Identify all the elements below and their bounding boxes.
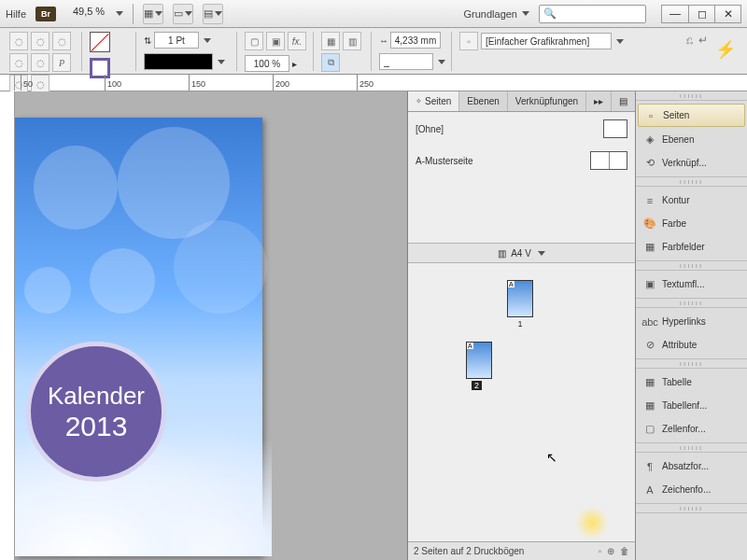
color-icon: 🎨 (643, 217, 656, 231)
corner-options-dropdown[interactable]: ⎯ (379, 53, 433, 70)
link-icon[interactable]: ⧉ (321, 53, 340, 72)
dock-paragraph-styles[interactable]: ¶Absatzfor... (636, 455, 747, 478)
object-style-icon: ▫ (459, 32, 478, 50)
dock-grip[interactable]: ıııııı (636, 261, 747, 271)
dock-grip[interactable]: ıııııı (636, 177, 747, 187)
collapse-icon[interactable]: ▸▸ (586, 91, 612, 111)
ruler-tick: 250 (357, 75, 374, 91)
master-a[interactable]: A-Musterseite (416, 156, 473, 166)
attributes-icon: ⊘ (643, 339, 656, 352)
dock-links[interactable]: ⟲Verknüpf... (636, 151, 747, 175)
page-thumb-1[interactable]: A (507, 280, 533, 317)
page-number-1: 1 (507, 319, 533, 329)
master-none-thumb[interactable] (603, 119, 627, 138)
quick-apply-icon[interactable]: ⚡ (715, 32, 741, 60)
dock-grip[interactable]: ıııııı (636, 299, 747, 308)
screen-mode-button[interactable]: ▭ (173, 4, 193, 24)
dock-grip[interactable]: ıııııı (636, 504, 747, 513)
reference-dim-field[interactable]: 4,233 mm (390, 32, 441, 49)
selection-icon[interactable]: ◌ (9, 32, 28, 50)
dock-attributes[interactable]: ⊘Attribute (636, 333, 747, 357)
control-strip: ◌ ◌ ◌ ◌ ◌ P ◌ ◌ ⇅ 1 Pt ▢ ▣ fx. 100 %▸ ▦ … (0, 28, 747, 75)
dock-grip[interactable]: ıııııı (636, 91, 747, 101)
menu-bar: Hilfe Br 49,5 % ▦ ▭ ▤ Grundlagen 🔍 — ◻ ✕ (0, 0, 747, 28)
trash-icon[interactable]: 🗑 (620, 546, 629, 556)
ruler-tick: 50 (21, 75, 33, 91)
page-size-icon: ▥ (498, 248, 506, 259)
dock-stroke[interactable]: ≡Kontur (636, 189, 747, 212)
dock-swatches[interactable]: ▦Farbfelder (636, 235, 747, 259)
dock-grip[interactable]: ıııııı (636, 359, 747, 369)
effects-button[interactable]: ▢ (245, 32, 263, 50)
page-size-dropdown[interactable]: ▥ A4 V (408, 243, 635, 263)
master-a-thumb[interactable] (590, 151, 627, 170)
redefine-style-icon[interactable]: ↵ (698, 34, 708, 50)
master-none[interactable]: [Ohne] (416, 124, 444, 134)
chevron-down-icon (522, 11, 529, 16)
dock-table-styles[interactable]: ▦Tabellenf... (636, 394, 747, 417)
fx-button[interactable]: fx. (288, 32, 306, 50)
selection-icon[interactable]: ◌ (31, 32, 49, 50)
vertical-ruler (0, 91, 15, 560)
workspace-switcher[interactable]: Grundlagen (464, 8, 530, 20)
view-options-button[interactable]: ▦ (143, 4, 163, 24)
pages-panel: ✧Seiten Ebenen Verknüpfungen ▸▸ ▤ [Ohne]… (407, 91, 635, 560)
page-1[interactable]: Kalender 2013 (15, 118, 262, 556)
clear-overrides-icon[interactable]: ⎌ (686, 34, 693, 50)
selection-icon[interactable]: ◌ (9, 53, 28, 72)
search-input[interactable]: 🔍 (539, 5, 646, 23)
panel-menu-icon[interactable]: ▤ (612, 91, 636, 111)
table-icon: ▦ (643, 376, 656, 389)
minimize-button[interactable]: — (662, 6, 688, 22)
chevron-down-icon (116, 11, 123, 16)
page-thumb-2[interactable]: A (466, 342, 492, 379)
edit-page-icon[interactable]: ▫ (598, 546, 601, 556)
fit-frame-button[interactable]: ▥ (343, 32, 361, 50)
type-icon[interactable]: P (52, 53, 71, 72)
para-styles-icon: ¶ (643, 460, 656, 473)
dock-table[interactable]: ▦Tabelle (636, 371, 747, 394)
window-controls: — ◻ ✕ (661, 5, 741, 23)
object-style-dropdown[interactable]: [Einfacher Grafikrahmen] (481, 33, 612, 49)
badge-title: Kalender (48, 382, 145, 411)
master-pages-list[interactable]: [Ohne] A-Musterseite (408, 112, 635, 243)
arrange-button[interactable]: ▤ (203, 4, 223, 24)
tab-pages[interactable]: ✧Seiten (408, 91, 459, 111)
opacity-field[interactable]: 100 % (245, 55, 289, 72)
close-button[interactable]: ✕ (714, 6, 740, 22)
search-icon: 🔍 (543, 7, 557, 20)
fit-content-button[interactable]: ▦ (321, 32, 340, 50)
dock-text-wrap[interactable]: ▣Textumfl... (636, 273, 747, 296)
stroke-weight-field[interactable]: 1 Pt (154, 32, 199, 49)
dock-grip[interactable]: ıııııı (636, 443, 747, 453)
bridge-button[interactable]: Br (35, 7, 56, 21)
tab-layers[interactable]: Ebenen (459, 91, 507, 111)
fill-swatch[interactable] (90, 32, 110, 52)
drop-shadow-button[interactable]: ▣ (266, 32, 285, 50)
dock-cell-styles[interactable]: ▢Zellenfor... (636, 417, 747, 441)
new-page-icon[interactable]: ⊕ (607, 546, 614, 556)
title-badge[interactable]: Kalender 2013 (26, 342, 166, 482)
dock-color[interactable]: 🎨Farbe (636, 212, 747, 235)
document-canvas[interactable]: Kalender 2013 (15, 91, 407, 560)
stroke-icon: ≡ (643, 194, 656, 207)
dock-pages[interactable]: ▫Seiten (638, 104, 745, 127)
zoom-value: 49,5 % (65, 6, 112, 22)
right-dock: ıııııı ▫Seiten ◈Ebenen ⟲Verknüpf... ıııı… (635, 91, 747, 560)
selection-icon[interactable]: ◌ (52, 32, 71, 50)
help-menu[interactable]: Hilfe (6, 8, 26, 20)
stroke-style-dropdown[interactable] (144, 53, 213, 70)
cursor-icon: ↖ (546, 450, 557, 465)
tab-links[interactable]: Verknüpfungen (508, 91, 586, 111)
table-styles-icon: ▦ (643, 399, 656, 413)
dock-character-styles[interactable]: AZeichenfo... (636, 478, 747, 501)
page-thumbnails[interactable]: A 1 A 2 ↖ (408, 263, 635, 541)
dock-hyperlinks[interactable]: abcHyperlinks (636, 310, 747, 333)
pages-icon: ▫ (644, 109, 657, 122)
page-number-2: 2 (472, 381, 482, 390)
selection-icon[interactable]: ◌ (31, 53, 49, 72)
zoom-level[interactable]: 49,5 % (65, 6, 123, 22)
ruler-tick: 150 (189, 75, 205, 91)
dock-layers[interactable]: ◈Ebenen (636, 128, 747, 151)
maximize-button[interactable]: ◻ (688, 6, 714, 22)
